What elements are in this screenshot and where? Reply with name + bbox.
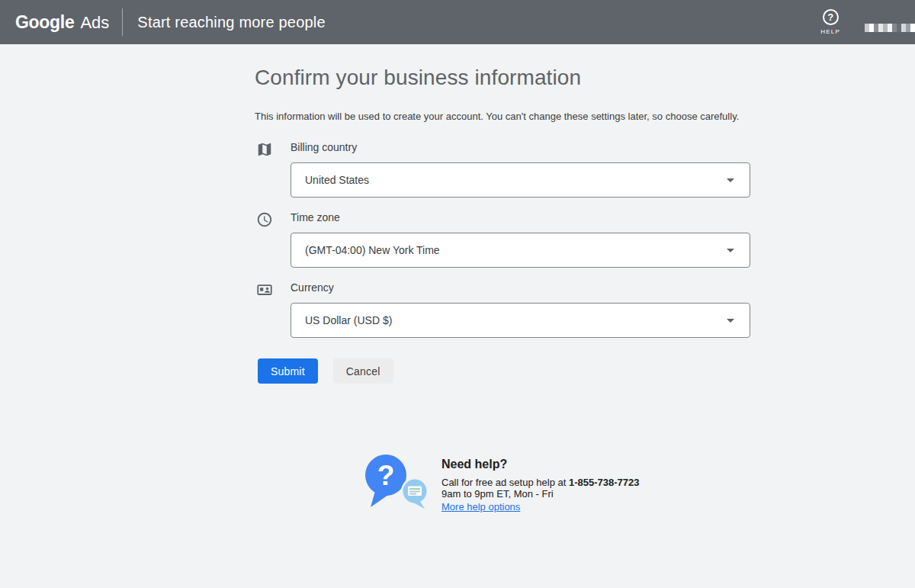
- svg-text:?: ?: [377, 460, 395, 491]
- page-description: This information will be used to create …: [255, 111, 739, 122]
- help-button[interactable]: ? HELP: [820, 9, 840, 35]
- logo-ads-text: Ads: [80, 13, 109, 33]
- help-call-prefix: Call for free ad setup help at: [441, 477, 569, 488]
- currency-select[interactable]: US Dollar (USD $): [291, 303, 750, 338]
- submit-button[interactable]: Submit: [258, 358, 318, 384]
- business-info-form: Billing country United States Time zone …: [255, 141, 758, 352]
- field-billing-country: Billing country United States: [255, 141, 758, 198]
- header-divider: [122, 8, 123, 36]
- user-email-redacted[interactable]: [865, 23, 915, 32]
- time-zone-value: (GMT-04:00) New York Time: [305, 244, 440, 256]
- chevron-down-icon: [727, 178, 734, 182]
- map-icon: [256, 141, 273, 158]
- currency-value: US Dollar (USD $): [305, 314, 392, 326]
- help-button-label: HELP: [820, 28, 840, 35]
- billing-country-value: United States: [305, 174, 369, 186]
- chevron-down-icon: [727, 319, 734, 323]
- chevron-down-icon: [727, 249, 734, 252]
- top-app-bar: Google Ads Start reaching more people ? …: [0, 0, 915, 44]
- card-icon: [256, 281, 273, 298]
- redacted-pixel: [910, 24, 915, 32]
- currency-label: Currency: [291, 281, 758, 294]
- header-subtitle: Start reaching more people: [137, 14, 325, 31]
- time-zone-label: Time zone: [291, 211, 758, 223]
- help-call-line: Call for free ad setup help at 1-855-738…: [441, 477, 639, 488]
- help-phone-number: 1-855-738-7723: [569, 477, 640, 488]
- field-time-zone: Time zone (GMT-04:00) New York Time: [255, 211, 758, 268]
- help-text-block: Need help? Call for free ad setup help a…: [441, 453, 639, 513]
- help-hours-line: 9am to 9pm ET, Mon - Fri: [441, 488, 639, 500]
- google-ads-setup-page: Google Ads Start reaching more people ? …: [0, 0, 915, 588]
- clock-icon: [256, 211, 273, 228]
- form-actions: Submit Cancel: [258, 358, 393, 384]
- page-title: Confirm your business information: [255, 66, 581, 90]
- help-icon: ?: [823, 9, 839, 25]
- google-ads-logo[interactable]: Google Ads: [15, 12, 109, 33]
- logo-google-text: Google: [15, 12, 74, 33]
- billing-country-label: Billing country: [291, 141, 758, 153]
- time-zone-select[interactable]: (GMT-04:00) New York Time: [291, 233, 750, 268]
- cancel-button[interactable]: Cancel: [333, 358, 393, 384]
- need-help-section: ? Need help? Call for free ad setup help…: [364, 453, 639, 513]
- help-bubbles-icon: ?: [364, 453, 432, 511]
- need-help-title: Need help?: [441, 458, 639, 471]
- field-currency: Currency US Dollar (USD $): [255, 281, 758, 338]
- more-help-options-link[interactable]: More help options: [441, 501, 520, 512]
- billing-country-select[interactable]: United States: [291, 162, 750, 198]
